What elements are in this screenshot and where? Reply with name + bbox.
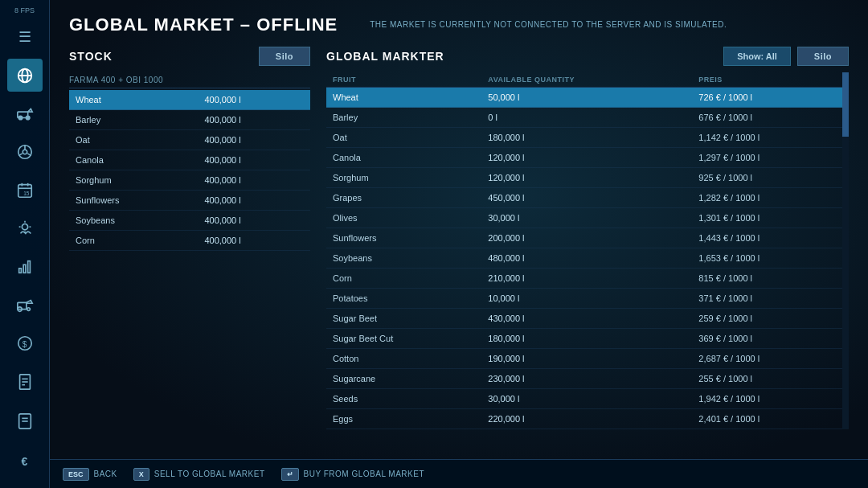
scrollbar[interactable] [842,72,849,429]
list-item[interactable]: Grapes 450,000 l 1,282 € / 1000 l [326,188,849,208]
global-fruit-cell: Corn [326,269,481,289]
svg-text:$: $ [22,340,27,349]
fps-counter: 8 FPS [14,6,35,14]
global-fruit-cell: Potatoes [326,289,481,309]
sidebar-item-vehicles[interactable] [7,96,43,130]
svg-rect-23 [23,265,26,273]
sidebar-item-globe[interactable] [7,59,43,92]
list-item[interactable]: Sugar Beet Cut 180,000 l 369 € / 1000 l [326,329,849,349]
sidebar-item-euro[interactable]: € [7,444,43,479]
global-panel-title: GLOBAL MARKTER [326,50,444,63]
enter-button[interactable]: ↵ BUY FROM GLOBAL MARKET [281,468,424,481]
list-item[interactable]: Olives 30,000 l 1,301 € / 1000 l [326,208,849,228]
table-row[interactable]: Canola 400,000 l [69,150,310,170]
svg-rect-22 [18,269,21,273]
col-price: PREIS [692,72,849,88]
list-item[interactable]: Barley 0 l 676 € / 1000 l [326,108,849,128]
list-item[interactable]: Potatoes 10,000 l 371 € / 1000 l [326,289,849,309]
svg-point-6 [26,116,30,120]
sidebar-item-money[interactable]: $ [7,327,43,361]
stock-fruit-cell: Barley [69,110,198,130]
stock-qty-cell: 400,000 l [198,110,310,130]
list-item[interactable]: Wheat 50,000 l 726 € / 1000 l [326,88,849,108]
enter-key: ↵ [281,468,299,481]
sidebar-item-book[interactable] [7,404,43,439]
list-item[interactable]: Sugar Beet 430,000 l 259 € / 1000 l [326,309,849,329]
x-label: SELL TO GLOBAL MARKET [154,470,265,478]
global-price-cell: 2,687 € / 1000 l [692,349,849,369]
header: GLOBAL MARKET – OFFLINE THE MARKET IS CU… [69,14,849,35]
stock-qty-cell: 400,000 l [198,150,310,170]
global-price-cell: 925 € / 1000 l [692,168,849,188]
global-qty-cell: 220,000 l [481,409,692,429]
global-qty-cell: 210,000 l [481,269,692,289]
global-fruit-cell: Olives [326,208,481,228]
list-item[interactable]: Eggs 220,000 l 2,401 € / 1000 l [326,409,849,429]
global-qty-cell: 190,000 l [481,349,692,369]
table-row[interactable]: Wheat 400,000 l [69,90,310,110]
table-row[interactable]: Soybeans 400,000 l [69,211,310,231]
table-row[interactable]: Sunflowers 400,000 l [69,191,310,211]
stock-silo-button[interactable]: Silo [259,47,310,66]
global-qty-cell: 180,000 l [481,329,692,349]
global-fruit-cell: Barley [326,108,481,128]
list-item[interactable]: Sorghum 120,000 l 925 € / 1000 l [326,168,849,188]
global-fruit-cell: Sunflowers [326,228,481,248]
table-row[interactable]: Barley 400,000 l [69,110,310,130]
table-row[interactable]: Corn 400,000 l [69,231,310,251]
svg-point-28 [27,308,30,311]
list-item[interactable]: Soybeans 480,000 l 1,653 € / 1000 l [326,248,849,269]
global-price-cell: 815 € / 1000 l [692,269,849,289]
stock-fruit-cell: Canola [69,150,198,170]
global-price-cell: 676 € / 1000 l [692,108,849,128]
global-qty-cell: 30,000 l [481,208,692,228]
x-button[interactable]: X SELL TO GLOBAL MARKET [133,468,265,481]
global-silo-button[interactable]: Silo [797,47,849,66]
global-price-cell: 726 € / 1000 l [692,88,849,108]
stock-qty-cell: 400,000 l [198,130,310,150]
list-item[interactable]: Canola 120,000 l 1,297 € / 1000 l [326,148,849,168]
sidebar-item-contracts[interactable] [7,365,43,399]
global-market-table: FRUIT AVAILABLE QUANTITY PREIS Wheat 50,… [326,72,849,429]
sidebar-item-stats[interactable] [7,250,43,284]
list-item[interactable]: Sugarcane 230,000 l 255 € / 1000 l [326,369,849,389]
stock-fruit-cell: Corn [69,231,198,251]
global-table-container[interactable]: FRUIT AVAILABLE QUANTITY PREIS Wheat 50,… [326,72,849,429]
global-fruit-cell: Seeds [326,389,481,409]
x-key: X [133,468,149,481]
sidebar-item-calendar[interactable]: 15 [7,174,43,207]
global-fruit-cell: Oat [326,128,481,148]
global-price-cell: 1,301 € / 1000 l [692,208,849,228]
stock-table-container[interactable]: Wheat 400,000 l Barley 400,000 l Oat 400… [69,90,310,251]
scroll-thumb[interactable] [842,72,849,137]
stock-fruit-cell: Oat [69,130,198,150]
sidebar-item-weather[interactable] [7,212,43,246]
sidebar-item-steering[interactable] [7,135,43,169]
global-qty-cell: 30,000 l [481,389,692,409]
table-row[interactable]: Oat 400,000 l [69,130,310,150]
global-fruit-cell: Sugar Beet Cut [326,329,481,349]
stock-fruit-cell: Soybeans [69,211,198,231]
list-item[interactable]: Oat 180,000 l 1,142 € / 1000 l [326,128,849,148]
sidebar-item-menu[interactable]: ☰ [7,20,43,54]
stock-panel: STOCK Silo FARMA 400 + OBI 1000 Wheat 40… [69,47,310,457]
list-item[interactable]: Corn 210,000 l 815 € / 1000 l [326,269,849,289]
main-content: GLOBAL MARKET – OFFLINE THE MARKET IS CU… [50,0,868,488]
esc-label: BACK [94,470,117,478]
list-item[interactable]: Sunflowers 200,000 l 1,443 € / 1000 l [326,228,849,248]
global-fruit-cell: Grapes [326,188,481,208]
sidebar-item-tractor[interactable] [7,289,43,322]
global-qty-cell: 50,000 l [481,88,692,108]
svg-point-17 [22,224,27,230]
list-item[interactable]: Cotton 190,000 l 2,687 € / 1000 l [326,349,849,369]
global-fruit-cell: Eggs [326,409,481,429]
global-market-panel: GLOBAL MARKTER Show: All Silo FRUIT AVAI… [326,47,849,457]
show-all-button[interactable]: Show: All [723,47,791,66]
global-price-cell: 1,653 € / 1000 l [692,248,849,269]
stock-panel-title: STOCK [69,50,113,63]
table-row[interactable]: Sorghum 400,000 l [69,170,310,191]
esc-button[interactable]: ESC BACK [63,468,117,481]
global-price-cell: 371 € / 1000 l [692,289,849,309]
global-qty-cell: 450,000 l [481,188,692,208]
list-item[interactable]: Seeds 30,000 l 1,942 € / 1000 l [326,389,849,409]
